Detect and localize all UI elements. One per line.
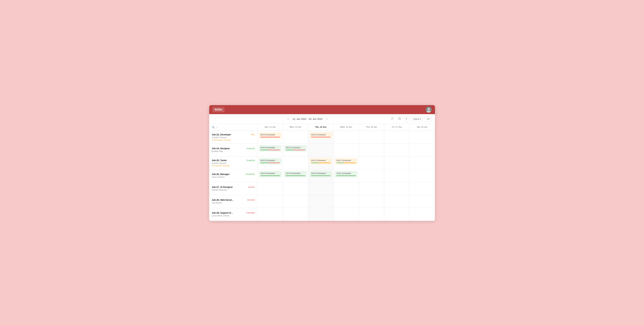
job-24-tue[interactable] [308, 144, 334, 157]
shift-label: 04/10 Scheduled [286, 147, 300, 149]
shift-label: 04/10 Scheduled [260, 159, 275, 162]
prev-week-button[interactable]: ‹ [286, 117, 290, 121]
row-job-28: Job-28, Web Devel... Declined Lilly Murp… [209, 195, 258, 208]
job-25-title: Job-25, Tester [212, 159, 227, 162]
job-29-thu[interactable] [359, 208, 384, 221]
filter-icon[interactable]: ▿ [216, 126, 218, 129]
toolbar: ‹ 12, Jun 2022 - 18, Jun 2022 › + Impo [209, 114, 435, 124]
job-24-fri[interactable] [384, 144, 410, 157]
job-27-mon[interactable] [283, 182, 308, 195]
job-28-tue[interactable] [308, 195, 334, 208]
row-job-22: Job-22, Developer New Scarlett Thomson 2… [209, 131, 258, 144]
job-22-wed[interactable] [334, 131, 359, 144]
job-28-fri[interactable] [384, 195, 410, 208]
job-22-tue[interactable]: 00/10 Scheduled [308, 131, 334, 144]
job-24-status: Assigning [246, 147, 255, 150]
import-label: Import [413, 118, 419, 120]
job-29-fri[interactable] [384, 208, 410, 221]
job-29-mon[interactable] [283, 208, 308, 221]
job-22-mon[interactable] [283, 131, 308, 144]
job-26-sun[interactable]: 10/10 Scheduled [258, 169, 283, 182]
next-week-button[interactable]: › [325, 117, 329, 121]
job-26-person: Aaron Harrison [212, 176, 255, 178]
job-27-person: Hannah Reynolds [212, 189, 255, 191]
job-27-sun[interactable] [258, 182, 283, 195]
job-25-person: Dominic Stevens [212, 162, 255, 164]
svg-point-3 [392, 117, 393, 119]
job-25-thu[interactable] [359, 157, 384, 169]
app-container: Shifts ‹ 12, Jun 2022 - 18, Jun 2022 › [209, 105, 435, 221]
job-26-thu[interactable] [359, 169, 384, 182]
job-28-sat[interactable] [410, 195, 435, 208]
job-22-fri[interactable] [384, 131, 410, 144]
job-24-sat[interactable] [410, 144, 435, 157]
person-icon-button[interactable] [390, 116, 395, 122]
job-29-tue[interactable] [308, 208, 334, 221]
job-28-wed[interactable] [334, 195, 359, 208]
job-24-wed[interactable] [334, 144, 359, 157]
job-25-fri[interactable] [384, 157, 410, 169]
header-mon: Mon, 13 Jun [283, 124, 308, 131]
job-25-wed[interactable]: 04/10 Scheduled [334, 157, 359, 169]
job-28-sun[interactable] [258, 195, 283, 208]
shift-label: 04/10 Scheduled [336, 159, 351, 162]
job-26-status: Completed [245, 173, 255, 175]
job-25-sun[interactable]: 04/10 Scheduled [258, 157, 283, 169]
job-27-fri[interactable] [384, 182, 410, 195]
more-options-button[interactable]: ••• [425, 116, 432, 121]
row-job-29: Job-29, Support E... Cancelled Lucas Woo… [209, 208, 258, 221]
job-22-thu[interactable] [359, 131, 384, 144]
job-29-sun[interactable] [258, 208, 283, 221]
job-29-sat[interactable] [410, 208, 435, 221]
nav-title: Shifts [212, 107, 224, 112]
job-25-acceptance[interactable]: 6 Acceptance Pending [212, 165, 255, 167]
job-24-thu[interactable] [359, 144, 384, 157]
briefcase-icon-button[interactable] [397, 116, 402, 122]
job-26-fri[interactable] [384, 169, 410, 182]
job-27-status: Inactive [248, 186, 255, 188]
header-sun: Sun, 12 Jun [258, 124, 283, 131]
job-22-acceptance[interactable]: 22 Acceptance Pending [212, 139, 255, 141]
job-24-person: Bradley Kelly [212, 150, 255, 153]
job-25-mon[interactable] [283, 157, 308, 169]
job-22-person: Scarlett Thomson [212, 136, 255, 139]
job-27-sat[interactable] [410, 182, 435, 195]
shift-label: 10/10 Scheduled [260, 172, 275, 174]
job-24-sun[interactable]: 04/10 Scheduled [258, 144, 283, 157]
job-24-mon[interactable]: 04/10 Scheduled [283, 144, 308, 157]
job-26-tue[interactable]: 10/10 Scheduled [308, 169, 334, 182]
job-29-wed[interactable] [334, 208, 359, 221]
job-22-sun[interactable]: 00/10 Scheduled [258, 131, 283, 144]
import-button[interactable]: Import ▾ [411, 117, 423, 121]
date-range-label: 12, Jun 2022 - 18, Jun 2022 [292, 118, 322, 120]
job-22-title: Job-22, Developer [212, 133, 231, 136]
job-25-tue[interactable]: 04/10 Scheduled [308, 157, 334, 169]
job-28-thu[interactable] [359, 195, 384, 208]
job-26-mon[interactable]: 10/10 Scheduled [283, 169, 308, 182]
add-button[interactable]: + [404, 116, 409, 122]
shift-label: 04/10 Scheduled [311, 159, 326, 162]
job-27-thu[interactable] [359, 182, 384, 195]
job-27-title: Job-27, UI Designer [212, 186, 233, 188]
date-nav: ‹ 12, Jun 2022 - 18, Jun 2022 › [286, 117, 329, 121]
job-27-wed[interactable] [334, 182, 359, 195]
job-26-wed[interactable]: 10/10 Scheduled [334, 169, 359, 182]
header-thu: Thu, 16 Jun [359, 124, 384, 131]
avatar [426, 107, 432, 113]
job-28-mon[interactable] [283, 195, 308, 208]
row-job-27: Job-27, UI Designer Inactive Hannah Reyn… [209, 182, 258, 195]
job-22-sat[interactable] [410, 131, 435, 144]
shift-label: 00/10 Scheduled [260, 134, 275, 136]
job-25-sat[interactable] [410, 157, 435, 169]
job-27-tue[interactable] [308, 182, 334, 195]
job-26-title: Job-26, Manager [212, 173, 230, 175]
svg-point-1 [428, 108, 430, 110]
calendar-area: 🔍 ▿ Sun, 12 Jun Mon, 13 Jun Tue, 14 Jun … [209, 124, 435, 221]
search-icon[interactable]: 🔍 [212, 126, 215, 129]
job-24-title: Job-24, Designer [212, 147, 230, 150]
job-29-title: Job-29, Support E... [212, 211, 233, 214]
job-26-sat[interactable] [410, 169, 435, 182]
job-29-status: Cancelled [246, 212, 255, 214]
job-25-status: Assigning [246, 159, 255, 162]
row-job-24: Job-24, Designer Assigning Bradley Kelly [209, 144, 258, 157]
